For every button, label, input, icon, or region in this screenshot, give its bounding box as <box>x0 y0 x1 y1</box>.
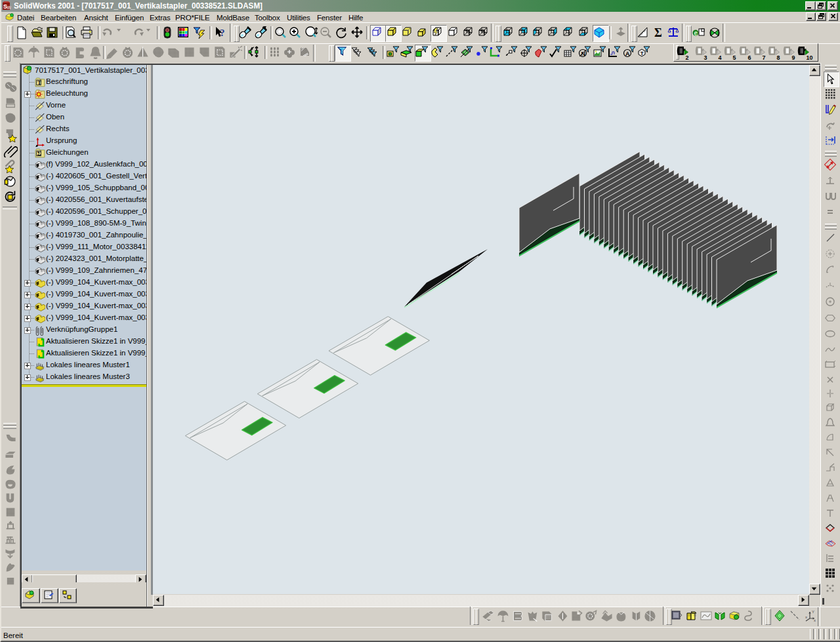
svg-text:x: x <box>814 618 816 622</box>
svg-text:6: 6 <box>748 54 751 60</box>
svg-text:9: 9 <box>792 54 795 60</box>
svg-text:x: x <box>805 615 807 619</box>
svg-text:A: A <box>625 50 630 57</box>
svg-text:8: 8 <box>777 54 780 60</box>
svg-text:?: ? <box>220 28 225 38</box>
svg-text:5: 5 <box>733 54 736 60</box>
svg-text:Σ: Σ <box>654 26 662 39</box>
svg-text:Y: Y <box>812 610 814 614</box>
svg-text:Σ: Σ <box>37 150 41 157</box>
svg-text:T: T <box>640 50 644 56</box>
svg-text:10: 10 <box>807 54 813 60</box>
svg-text:2: 2 <box>686 54 689 60</box>
svg-text:4: 4 <box>719 54 722 60</box>
svg-text:T: T <box>37 79 41 86</box>
svg-text:7: 7 <box>763 54 766 60</box>
svg-text:3: 3 <box>704 54 707 60</box>
svg-text:W: W <box>7 5 12 10</box>
svg-text:e: e <box>694 30 698 37</box>
